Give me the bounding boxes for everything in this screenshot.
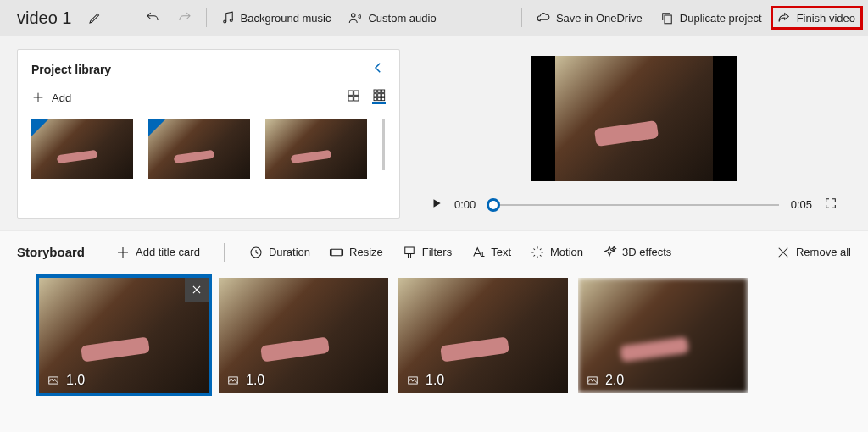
plus-icon <box>31 91 45 104</box>
remove-label: Remove all <box>796 246 851 258</box>
separator <box>224 243 225 262</box>
svg-rect-5 <box>354 91 359 95</box>
rename-button[interactable] <box>79 5 111 30</box>
person-audio-icon <box>348 10 363 25</box>
background-music-label: Background music <box>241 12 331 25</box>
share-icon <box>776 10 792 25</box>
add-label: Add <box>52 91 71 104</box>
text-button[interactable]: Text <box>470 245 511 260</box>
save-onedrive-button[interactable]: Save in OneDrive <box>527 5 651 30</box>
fullscreen-button[interactable] <box>824 197 837 213</box>
duplicate-icon <box>659 10 675 25</box>
clip-duration: 1.0 <box>66 373 85 388</box>
image-icon <box>585 374 600 386</box>
filters-label: Filters <box>422 246 452 258</box>
play-button[interactable] <box>431 197 442 212</box>
remove-clip-button[interactable] <box>185 278 209 302</box>
duration-label: Duration <box>269 246 310 258</box>
preview-player: 0:00 0:05 <box>400 36 868 230</box>
seek-bar[interactable] <box>487 204 778 206</box>
sparkle-icon <box>602 245 617 260</box>
text-label: Text <box>491 246 511 258</box>
duplicate-label: Duplicate project <box>680 12 762 25</box>
svg-rect-8 <box>374 90 376 92</box>
duplicate-button[interactable]: Duplicate project <box>651 5 771 30</box>
svg-rect-19 <box>405 247 415 254</box>
3d-effects-button[interactable]: 3D effects <box>602 245 671 260</box>
library-scrollbar[interactable] <box>382 119 385 170</box>
storyboard-clip[interactable]: 2.0 <box>578 278 748 393</box>
close-icon <box>191 284 203 296</box>
storyboard-title: Storyboard <box>17 245 85 259</box>
svg-rect-13 <box>381 93 384 96</box>
svg-rect-7 <box>354 97 359 101</box>
play-icon <box>431 197 442 209</box>
svg-rect-18 <box>331 249 342 256</box>
resize-button[interactable]: Resize <box>329 245 383 260</box>
effects-label: 3D effects <box>622 246 671 258</box>
finish-video-button[interactable]: Finish video <box>771 6 863 30</box>
filters-icon <box>402 245 417 260</box>
svg-rect-16 <box>381 97 384 100</box>
duration-button[interactable]: Duration <box>248 245 310 260</box>
close-icon <box>776 245 791 260</box>
clip-duration: 1.0 <box>246 373 264 388</box>
image-icon <box>46 374 61 386</box>
svg-rect-12 <box>378 93 381 96</box>
svg-rect-11 <box>374 93 376 96</box>
svg-rect-6 <box>348 97 353 101</box>
fullscreen-icon <box>824 197 837 210</box>
svg-rect-14 <box>374 97 376 100</box>
collapse-library-button[interactable] <box>370 60 386 79</box>
redo-button[interactable] <box>169 5 201 30</box>
resize-label: Resize <box>349 246 383 258</box>
clip-duration-badge: 1.0 <box>225 373 264 388</box>
clip-duration: 2.0 <box>605 373 624 388</box>
music-icon <box>220 10 236 25</box>
redo-icon <box>177 10 192 25</box>
project-title: video 1 <box>0 8 79 28</box>
custom-audio-button[interactable]: Custom audio <box>339 5 444 30</box>
library-thumb[interactable] <box>265 119 367 179</box>
storyboard-clip[interactable]: 1.0 <box>219 278 388 393</box>
storyboard-clip[interactable]: 1.0 <box>398 278 568 393</box>
library-title: Project library <box>31 63 111 76</box>
clock-icon <box>248 245 264 260</box>
clip-duration-badge: 1.0 <box>46 373 85 388</box>
custom-audio-label: Custom audio <box>368 12 436 25</box>
add-media-button[interactable]: Add <box>31 91 71 104</box>
filters-button[interactable]: Filters <box>402 245 452 260</box>
top-bar: video 1 Background music Custom audio Sa… <box>0 0 868 36</box>
save-label: Save in OneDrive <box>556 12 643 25</box>
image-icon <box>405 374 420 386</box>
add-title-label: Add title card <box>136 246 200 258</box>
storyboard-toolbar: Storyboard Add title card Duration Resiz… <box>0 230 868 273</box>
grid-3x3-icon <box>372 88 386 102</box>
svg-rect-3 <box>665 15 671 24</box>
undo-icon <box>145 10 160 25</box>
middle-area: Project library Add <box>0 36 868 230</box>
add-title-card-button[interactable]: Add title card <box>115 245 200 260</box>
separator <box>521 8 522 27</box>
view-large-button[interactable] <box>347 91 360 104</box>
background-music-button[interactable]: Background music <box>212 5 340 30</box>
library-thumb[interactable] <box>31 119 133 179</box>
text-icon <box>470 245 486 260</box>
motion-label: Motion <box>550 246 583 258</box>
used-marker-icon <box>148 119 165 136</box>
finish-label: Finish video <box>797 12 855 25</box>
seek-knob[interactable] <box>487 198 500 212</box>
clip-duration-badge: 2.0 <box>585 373 624 388</box>
motion-icon <box>530 245 545 260</box>
view-small-button[interactable] <box>372 91 386 104</box>
preview-frame[interactable] <box>531 56 737 181</box>
time-total: 0:05 <box>791 198 812 211</box>
undo-button[interactable] <box>136 5 169 30</box>
storyboard-clip[interactable]: 1.0 <box>39 278 209 393</box>
library-thumb[interactable] <box>148 119 250 179</box>
remove-all-button[interactable]: Remove all <box>776 245 851 260</box>
svg-point-2 <box>352 14 356 18</box>
cloud-icon <box>536 10 551 25</box>
motion-button[interactable]: Motion <box>530 245 583 260</box>
clip-duration-badge: 1.0 <box>405 373 444 388</box>
